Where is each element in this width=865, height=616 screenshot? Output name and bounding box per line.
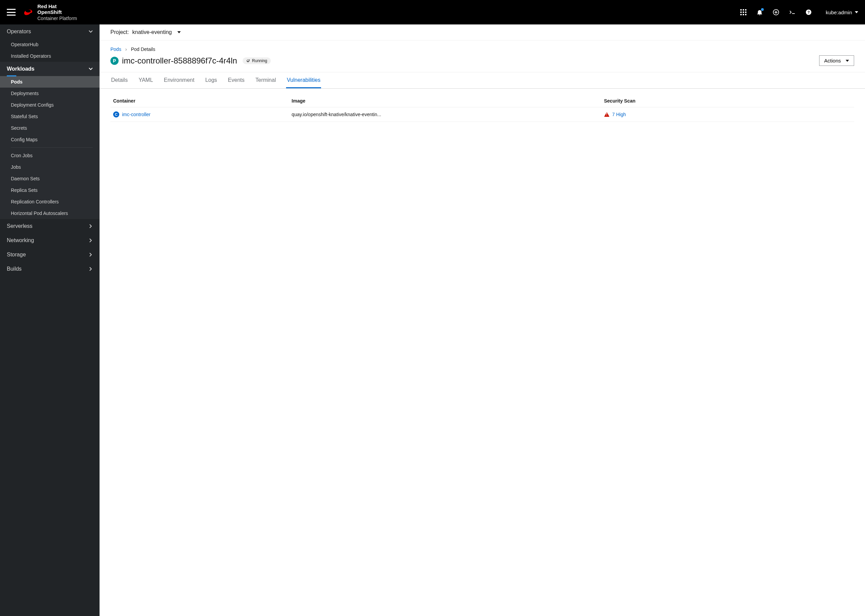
username: kube:admin [826,9,852,15]
col-header-image[interactable]: Image [289,95,601,107]
resource-badge-pod: P [110,57,119,65]
nav-section-label: Operators [7,28,31,35]
nav-section-label: Storage [7,251,26,258]
content: Project: knative-eventing Pods › Pod Det… [99,24,865,616]
sidebar-item-jobs[interactable]: Jobs [0,161,99,173]
tabs: DetailsYAMLEnvironmentLogsEventsTerminal… [99,72,865,89]
chevron-down-icon [89,30,93,34]
svg-rect-4 [740,11,742,13]
project-label: Project: [110,29,129,35]
nav-section-label: Networking [7,237,34,244]
actions-button[interactable]: Actions [819,55,854,66]
svg-point-0 [25,9,31,12]
nav-section-head-operators[interactable]: Operators [0,24,99,39]
svg-rect-8 [743,14,744,15]
notifications-bell-icon[interactable] [756,9,763,16]
sync-icon [246,59,250,63]
caret-down-icon [846,59,849,63]
container-link[interactable]: imc-controller [122,112,151,117]
tab-environment[interactable]: Environment [163,72,195,88]
apps-grid-icon[interactable] [740,9,747,16]
tab-vulnerabilities[interactable]: Vulnerabilities [286,72,321,88]
title-row: P imc-controller-8588896f7c-4r4ln Runnin… [99,54,865,72]
brand: Red Hat OpenShift Container Platform [22,3,77,21]
breadcrumb-root-link[interactable]: Pods [110,47,121,52]
svg-rect-3 [745,9,746,11]
svg-rect-1 [740,9,742,11]
chevron-right-icon [89,224,93,228]
svg-rect-9 [745,14,746,15]
svg-rect-7 [740,14,742,15]
project-selector[interactable]: Project: knative-eventing [99,24,865,41]
col-header-security-scan[interactable]: Security Scan [601,95,854,107]
svg-rect-6 [745,11,746,13]
caret-down-icon [177,29,181,35]
nav-section-label: Workloads [7,66,35,72]
sidebar-item-secrets[interactable]: Secrets [0,122,99,134]
add-icon[interactable] [772,9,779,16]
sidebar-item-cron-jobs[interactable]: Cron Jobs [0,150,99,161]
project-name: knative-eventing [132,29,172,35]
table-row: Cimc-controllerquay.io/openshift-knative… [110,107,854,122]
actions-label: Actions [824,58,841,63]
nav-section-label: Builds [7,266,22,272]
nav-section-head-networking[interactable]: Networking [0,233,99,248]
warning-triangle-icon [604,112,610,117]
image-text: quay.io/openshift-knative/knative-eventi… [291,112,598,117]
container-badge-icon: C [113,112,119,118]
nav-section-storage: Storage [0,248,99,262]
vulnerabilities-table: Container Image Security Scan Cimc-contr… [110,95,854,122]
sidebar-item-daemon-sets[interactable]: Daemon Sets [0,173,99,184]
notification-dot-icon [761,8,764,11]
nav-section-head-workloads[interactable]: Workloads [0,62,99,76]
nav-section-networking: Networking [0,233,99,248]
nav-section-workloads: Workloads PodsDeploymentsDeployment Conf… [0,62,99,219]
col-header-container[interactable]: Container [110,95,289,107]
help-icon[interactable]: ? [805,9,812,16]
nav-section-operators: Operators OperatorHubInstalled Operators [0,24,99,62]
nav-section-head-builds[interactable]: Builds [0,262,99,276]
breadcrumb: Pods › Pod Details [99,41,865,54]
chevron-right-icon [89,267,93,271]
tab-details[interactable]: Details [110,72,129,88]
sidebar-item-replica-sets[interactable]: Replica Sets [0,184,99,196]
sidebar-item-config-maps[interactable]: Config Maps [0,134,99,145]
hamburger-menu-button[interactable] [7,9,16,16]
security-scan-link[interactable]: 7 High [612,112,626,117]
sidebar-item-replication-controllers[interactable]: Replication Controllers [0,196,99,207]
nav-section-head-serverless[interactable]: Serverless [0,219,99,233]
tab-events[interactable]: Events [227,72,245,88]
chevron-right-icon [89,253,93,257]
tab-yaml[interactable]: YAML [138,72,154,88]
sidebar-item-deployment-configs[interactable]: Deployment Configs [0,99,99,111]
sidebar-item-installed-operators[interactable]: Installed Operators [0,50,99,62]
sidebar-item-operatorhub[interactable]: OperatorHub [0,39,99,50]
tab-logs[interactable]: Logs [204,72,218,88]
sidebar-item-stateful-sets[interactable]: Stateful Sets [0,111,99,122]
status-text: Running [252,58,267,63]
svg-rect-2 [743,9,744,11]
svg-rect-5 [743,11,744,13]
breadcrumb-separator-icon: › [125,47,127,52]
caret-down-icon [855,11,858,14]
tab-terminal[interactable]: Terminal [255,72,277,88]
user-menu[interactable]: kube:admin [826,9,858,15]
terminal-icon[interactable] [789,9,796,16]
sidebar-item-pods[interactable]: Pods [0,76,99,88]
brand-text: Red Hat OpenShift Container Platform [38,3,77,21]
sidebar-item-deployments[interactable]: Deployments [0,88,99,99]
nav-section-serverless: Serverless [0,219,99,233]
brand-line1: Red Hat [38,3,57,9]
chevron-right-icon [89,238,93,242]
sidebar-item-horizontal-pod-autoscalers[interactable]: Horizontal Pod Autoscalers [0,207,99,219]
nav-section-label: Serverless [7,223,33,229]
brand-line3: Container Platform [38,16,77,21]
nav-section-builds: Builds [0,262,99,276]
vulnerabilities-table-wrap: Container Image Security Scan Cimc-contr… [99,89,865,122]
masthead-icons: ? [740,9,812,16]
chevron-down-icon [89,67,93,71]
brand-line2: OpenShift [38,9,62,15]
nav-section-head-storage[interactable]: Storage [0,248,99,262]
svg-text:?: ? [808,10,810,14]
redhat-logo-icon [22,8,34,17]
